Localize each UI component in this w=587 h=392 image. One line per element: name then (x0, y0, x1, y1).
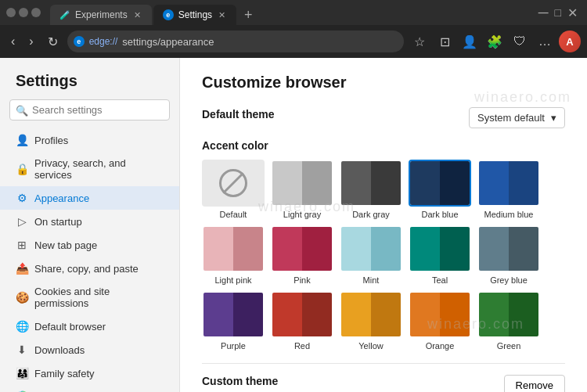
color-swatch-purple[interactable]: Purple (202, 291, 265, 351)
sidebar-item-appearance[interactable]: ⚙ Appearance (0, 186, 179, 210)
defaultbrowser-icon: 🌐 (16, 320, 28, 333)
color-swatch-mint[interactable]: Mint (340, 225, 402, 285)
color-swatch-grey-blue[interactable]: Grey blue (477, 225, 540, 285)
sidebar-item-share[interactable]: 📤 Share, copy, and paste (0, 257, 179, 280)
sidebar-item-newtab[interactable]: ⊞ New tab page (0, 233, 179, 257)
sidebar-item-downloads[interactable]: ⬇ Downloads (0, 338, 179, 361)
color-swatch-teal[interactable]: Teal (409, 225, 471, 285)
sidebar-item-defaultbrowser[interactable]: 🌐 Default browser (0, 315, 179, 338)
toolbar-icons: ☆ ⊡ 👤 🧩 🛡 … A (409, 31, 581, 52)
swatch-label: Grey blue (477, 275, 540, 285)
default-theme-label: Default theme (202, 108, 275, 120)
sidebar-item-privacy-label: Privacy, search, and services (34, 157, 164, 181)
tab-settings-close[interactable]: ✕ (217, 10, 227, 20)
close-icon[interactable] (31, 8, 41, 17)
color-swatch-orange[interactable]: Orange (409, 291, 471, 351)
edge-favicon: e (74, 36, 85, 47)
color-swatch-green[interactable]: Green (477, 291, 540, 351)
default-theme-row: Default theme System default ▾ (202, 107, 565, 128)
sidebar-item-newtab-label: New tab page (34, 239, 97, 251)
startup-icon: ▷ (16, 215, 28, 228)
forward-button[interactable]: › (24, 31, 38, 52)
url-path: settings/appearance (122, 36, 214, 48)
main-layout: Settings 🔍 👤 Profiles 🔒 Privacy, search,… (0, 58, 587, 392)
collections-icon[interactable]: ⊡ (434, 31, 456, 52)
color-swatch-medium-blue[interactable]: Medium blue (477, 160, 540, 219)
color-swatch-pink[interactable]: Pink (271, 225, 333, 285)
swatch-label: Yellow (340, 341, 402, 351)
profile-avatar[interactable]: A (559, 31, 581, 52)
tab-experiments-close[interactable]: ✕ (132, 10, 142, 20)
color-swatch-default[interactable]: Default (202, 160, 265, 219)
maximize-button[interactable]: □ (550, 6, 566, 19)
sidebar-item-profiles-label: Profiles (34, 135, 68, 146)
theme-dropdown[interactable]: System default ▾ (469, 107, 565, 128)
swatch-label: Light gray (271, 210, 333, 219)
color-swatch-red[interactable]: Red (271, 291, 333, 351)
tab-settings-label: Settings (178, 9, 212, 20)
swatch-label: Dark gray (340, 210, 402, 219)
refresh-button[interactable]: ↻ (43, 31, 63, 52)
search-box: 🔍 (9, 99, 170, 120)
content-area: winaero.com winaero.com winaero.com Cust… (180, 58, 587, 392)
address-input[interactable]: e edge:// settings/appearance (67, 31, 404, 52)
color-swatch-dark-blue[interactable]: Dark blue (409, 160, 471, 219)
swatch-label: Orange (409, 341, 471, 351)
color-swatch-light-gray[interactable]: Light gray (271, 160, 333, 219)
family-icon: 👨‍👩‍👧 (16, 367, 28, 379)
theme-dropdown-value: System default (477, 112, 545, 124)
color-grid: DefaultLight grayDark grayDark blueMediu… (202, 160, 565, 351)
sidebar-item-cookies[interactable]: 🍪 Cookies and site permissions (0, 280, 179, 315)
minimize-button[interactable]: ─ (538, 5, 549, 21)
custom-theme-label: Custom theme (202, 375, 492, 387)
swatch-label: Light pink (202, 275, 265, 285)
title-bar: 🧪 Experiments ✕ e Settings ✕ + ─ □ ✕ (0, 0, 587, 25)
tab-experiments[interactable]: 🧪 Experiments ✕ (50, 5, 152, 25)
sidebar-item-languages[interactable]: 🌍 Languages (0, 385, 179, 392)
experiments-icon: 🧪 (59, 10, 70, 20)
close-button[interactable]: ✕ (567, 5, 578, 20)
tab-settings[interactable]: e Settings ✕ (153, 5, 236, 25)
color-swatch-dark-gray[interactable]: Dark gray (340, 160, 402, 219)
sidebar-title: Settings (0, 58, 179, 99)
custom-theme-section: Custom theme Get themes from the Microso… (202, 363, 565, 392)
account-icon[interactable]: 👤 (459, 31, 481, 52)
privacy-icon: 🔒 (16, 163, 28, 175)
sidebar-item-profiles[interactable]: 👤 Profiles (0, 128, 179, 152)
profiles-icon: 👤 (16, 134, 28, 146)
share-icon: 📤 (16, 262, 28, 275)
sidebar-item-cookies-label: Cookies and site permissions (34, 286, 164, 309)
edge-icon: e (163, 9, 174, 20)
favorites-icon[interactable]: ☆ (409, 31, 430, 52)
sidebar-item-appearance-label: Appearance (34, 192, 89, 204)
cookies-icon: 🍪 (16, 291, 28, 304)
url-protocol: edge:// (89, 36, 118, 47)
swatch-label: Pink (271, 275, 333, 285)
minimize-icon[interactable] (6, 8, 16, 17)
new-tab-button[interactable]: + (238, 5, 259, 25)
browser-essentials-icon[interactable]: 🛡 (509, 31, 531, 52)
settings-more-icon[interactable]: … (534, 31, 556, 52)
sidebar-item-familysafety[interactable]: 👨‍👩‍👧 Family safety (0, 361, 179, 385)
appearance-icon: ⚙ (16, 192, 28, 204)
sidebar-item-onstartup[interactable]: ▷ On startup (0, 210, 179, 233)
tab-experiments-label: Experiments (75, 9, 128, 20)
sidebar-item-defaultbrowser-label: Default browser (34, 321, 106, 333)
sidebar-item-privacy[interactable]: 🔒 Privacy, search, and services (0, 152, 179, 186)
accent-color-label: Accent color (202, 139, 565, 152)
swatch-label: Medium blue (477, 210, 540, 219)
swatch-label: Red (271, 341, 333, 351)
color-swatch-yellow[interactable]: Yellow (340, 291, 402, 351)
swatch-label: Dark blue (409, 210, 471, 219)
chevron-down-icon: ▾ (551, 112, 556, 124)
sidebar-item-onstartup-label: On startup (34, 216, 82, 228)
extensions-icon[interactable]: 🧩 (484, 31, 506, 52)
sidebar-item-downloads-label: Downloads (34, 344, 85, 356)
page-title: Customize browser (202, 74, 565, 92)
maximize-icon[interactable] (19, 8, 28, 17)
color-swatch-light-pink[interactable]: Light pink (202, 225, 265, 285)
back-button[interactable]: ‹ (6, 31, 20, 52)
search-input[interactable] (9, 99, 170, 120)
remove-button[interactable]: Remove (504, 375, 565, 392)
search-icon: 🔍 (16, 104, 28, 116)
